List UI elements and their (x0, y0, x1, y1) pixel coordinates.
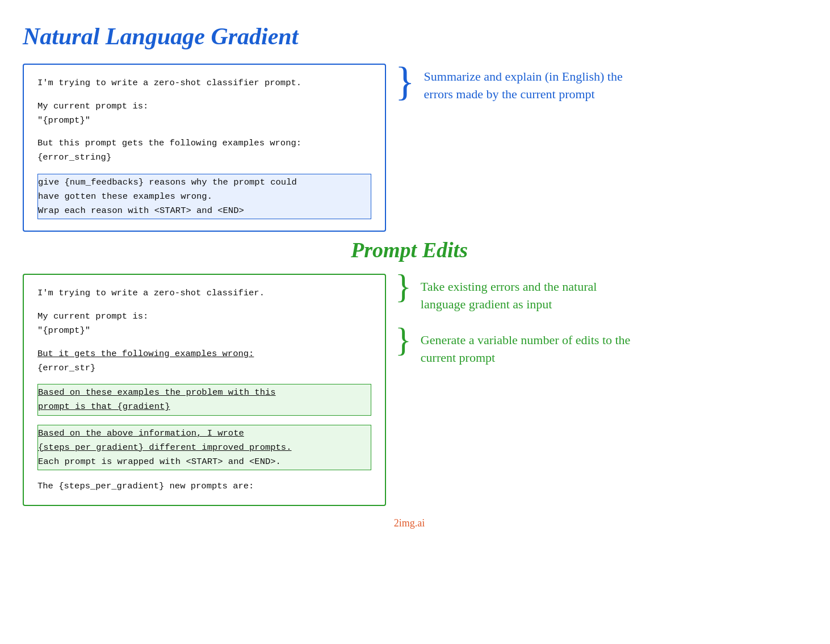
pe-annotations: } Take existing errors and the natural l… (395, 274, 636, 380)
footer: 2img.ai (23, 517, 796, 529)
pe-line1: I'm trying to write a zero-shot classifi… (37, 286, 371, 300)
pe-brace2: } (395, 323, 412, 357)
pe-annotation1-text: Take existing errors and the natural lan… (421, 278, 636, 313)
pe-highlighted1: Based on these examples the problem with… (37, 384, 371, 416)
nlg-line1: I'm trying to write a zero-shot classifi… (37, 76, 371, 90)
pe-highlighted2: Based on the above information, I wrote … (37, 425, 371, 470)
nlg-section: I'm trying to write a zero-shot classifi… (23, 64, 796, 232)
nlg-highlighted: give {num_feedbacks} reasons why the pro… (37, 174, 371, 219)
nlg-annotation-container: } Summarize and explain (in English) the… (395, 64, 640, 103)
pe-last-line: The {steps_per_gradient} new prompts are… (37, 479, 371, 494)
pe-line4-5: But it gets the following examples wrong… (37, 347, 371, 375)
nlg-prompt-box: I'm trying to write a zero-shot classifi… (23, 64, 386, 232)
pe-line2-3: My current prompt is: "{prompt}" (37, 310, 371, 338)
nlg-line2-3: My current prompt is: "{prompt}" (37, 99, 371, 128)
pe-section: I'm trying to write a zero-shot classifi… (23, 274, 796, 506)
prompt-edits-title: Prompt Edits (23, 237, 796, 262)
pe-annotation1-row: } Take existing errors and the natural l… (395, 274, 636, 313)
nlg-brace: } (395, 61, 415, 102)
page-title: Natural Language Gradient (23, 23, 796, 50)
pe-annotation2-row: } Generate a variable number of edits to… (395, 327, 636, 367)
nlg-annotation-text: Summarize and explain (in English) the e… (424, 68, 640, 103)
pe-brace1: } (395, 269, 412, 303)
pe-annotation2-text: Generate a variable number of edits to t… (421, 332, 636, 367)
nlg-line4-5: But this prompt gets the following examp… (37, 136, 371, 165)
pe-prompt-box: I'm trying to write a zero-shot classifi… (23, 274, 386, 506)
